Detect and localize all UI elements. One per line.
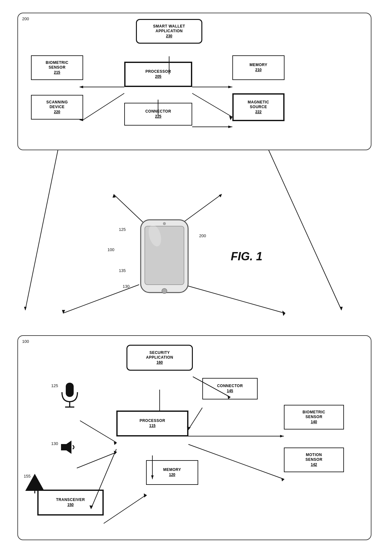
- node-motion-142: MOTIONSENSOR 142: [284, 448, 344, 472]
- node-biometric-140: BIOMETRICSENSOR 140: [284, 405, 344, 429]
- node-connector-145: CONNECTOR 145: [202, 378, 258, 399]
- node-connector-225: CONNECTOR 225: [124, 103, 192, 126]
- node-transceiver-150: TRANSCEIVER 150: [37, 490, 104, 516]
- ref-125-mid: 125: [119, 227, 126, 232]
- fig-1-label: FIG. 1: [231, 250, 262, 263]
- node-smart-wallet: SMART WALLETAPPLICATION 230: [136, 19, 202, 44]
- svg-marker-17: [113, 194, 116, 198]
- svg-marker-19: [219, 194, 222, 197]
- node-security-160: SECURITYAPPLICATION 160: [126, 345, 193, 371]
- svg-point-26: [162, 288, 167, 294]
- ref-100-bottom: 100: [22, 339, 29, 344]
- ref-135-mid: 135: [119, 268, 126, 273]
- node-memory-210: MEMORY 210: [232, 55, 285, 80]
- svg-line-22: [183, 285, 285, 313]
- ref-200-mid: 200: [199, 233, 206, 238]
- ref-200: 200: [22, 16, 29, 21]
- node-scanning-220: SCANNINGDEVICE 220: [31, 95, 83, 120]
- ref-130-mid: 130: [123, 284, 130, 289]
- svg-line-14: [269, 150, 341, 310]
- svg-marker-32: [61, 441, 71, 454]
- microphone-icon: [59, 381, 80, 410]
- svg-marker-15: [340, 307, 343, 311]
- smart-wallet-device: [133, 217, 196, 297]
- node-processor-115: PROCESSOR 115: [116, 411, 188, 436]
- svg-rect-29: [66, 383, 74, 397]
- svg-marker-23: [282, 311, 285, 316]
- node-magnetic-222: MAGNETICSOURCE 222: [232, 93, 285, 121]
- node-processor-205: PROCESSOR 205: [124, 62, 192, 87]
- svg-marker-21: [62, 310, 65, 314]
- svg-line-20: [63, 285, 139, 313]
- node-memory-120: MEMORY 120: [146, 460, 198, 485]
- ref-125-bottom: 125: [51, 383, 58, 388]
- ref-100-mid: 100: [107, 247, 114, 252]
- ref-130-bottom: 130: [51, 441, 58, 446]
- svg-point-27: [163, 222, 166, 225]
- svg-line-12: [25, 150, 58, 310]
- speaker-icon: [59, 440, 77, 456]
- svg-marker-13: [24, 307, 27, 311]
- ref-155-bottom: 155: [24, 474, 31, 479]
- node-biometric-215: BIOMETRICSENSOR 215: [31, 55, 83, 80]
